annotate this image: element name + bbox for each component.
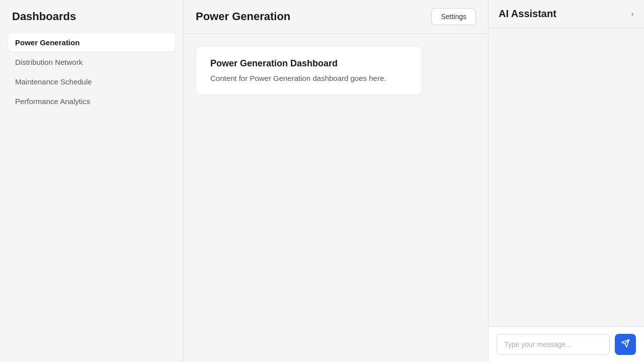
dashboard-content: Power Generation Dashboard Content for P… bbox=[184, 34, 488, 362]
send-icon bbox=[621, 339, 630, 350]
ai-send-button[interactable] bbox=[615, 334, 636, 355]
ai-message-input[interactable] bbox=[497, 334, 610, 355]
ai-panel-chevron-icon[interactable]: › bbox=[631, 9, 634, 19]
app-layout: Dashboards Power Generation Distribution… bbox=[0, 0, 644, 362]
ai-assistant-panel: AI Assistant › bbox=[488, 0, 644, 362]
ai-assistant-header: AI Assistant › bbox=[489, 0, 644, 28]
ai-assistant-title: AI Assistant bbox=[499, 8, 556, 20]
sidebar-title: Dashboards bbox=[8, 10, 175, 23]
ai-assistant-body bbox=[489, 28, 644, 326]
dashboard-card-body: Content for Power Generation dashboard g… bbox=[210, 74, 408, 82]
sidebar-nav: Power Generation Distribution Network Ma… bbox=[8, 33, 175, 111]
dashboard-card-title: Power Generation Dashboard bbox=[210, 58, 408, 69]
sidebar-item-distribution-network[interactable]: Distribution Network bbox=[8, 53, 175, 71]
ai-input-area bbox=[489, 326, 644, 362]
main-header: Power Generation Settings bbox=[184, 0, 488, 34]
sidebar-item-maintenance-schedule[interactable]: Maintenance Schedule bbox=[8, 72, 175, 91]
sidebar-item-power-generation[interactable]: Power Generation bbox=[8, 33, 175, 52]
sidebar: Dashboards Power Generation Distribution… bbox=[0, 0, 184, 362]
page-title: Power Generation bbox=[196, 10, 290, 23]
dashboard-card: Power Generation Dashboard Content for P… bbox=[196, 46, 422, 95]
main-content-area: Power Generation Settings Power Generati… bbox=[184, 0, 488, 362]
sidebar-item-performance-analytics[interactable]: Performance Analytics bbox=[8, 92, 175, 111]
settings-button[interactable]: Settings bbox=[431, 8, 476, 25]
